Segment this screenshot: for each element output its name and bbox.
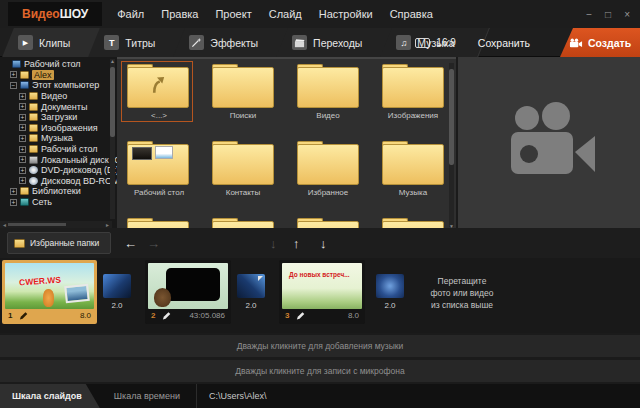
expander-icon[interactable]: +: [19, 93, 26, 100]
folder-up-item[interactable]: [127, 64, 189, 108]
timeline-transition-1[interactable]: 2.0: [103, 274, 131, 310]
slide-2-thumbnail: [148, 263, 228, 309]
grid-vscroll-thumb[interactable]: [449, 69, 454, 165]
expander-icon[interactable]: +: [10, 188, 17, 195]
menu-help[interactable]: Справка: [390, 8, 433, 20]
dvd-disc-icon: [29, 166, 38, 174]
expander-icon[interactable]: +: [19, 114, 26, 121]
expander-icon[interactable]: +: [19, 177, 26, 184]
clips-icon: ▶: [18, 35, 33, 50]
music-track[interactable]: Дважды кликните для добавления музыки: [0, 335, 640, 357]
menu-slide[interactable]: Слайд: [269, 8, 302, 20]
drop-hint-line: из списка выше: [408, 299, 516, 311]
tree-item-bdrom-drive[interactable]: + Дисковод BD-ROM: [0, 176, 117, 187]
desktop-icon: [12, 60, 21, 68]
folder-item-pictures[interactable]: [382, 64, 444, 108]
tree-item-label: Видео: [41, 91, 67, 101]
edit-pencil-icon[interactable]: [162, 311, 171, 320]
maximize-button[interactable]: □: [605, 9, 611, 20]
folder-item[interactable]: [212, 218, 274, 228]
folder-thumbnail-light: [155, 146, 173, 159]
up-arrow-icon: [146, 72, 168, 100]
folder-item-favorites[interactable]: [297, 141, 359, 185]
tree-item-documents[interactable]: + Документы: [0, 101, 117, 112]
tab-effects[interactable]: Эффекты: [175, 28, 278, 57]
tab-transitions[interactable]: Переходы: [278, 28, 382, 57]
folder-item[interactable]: [297, 218, 359, 228]
slide-number: 1: [8, 311, 12, 320]
menu-project[interactable]: Проект: [215, 8, 251, 20]
folder-label: <...>: [117, 111, 201, 120]
save-button[interactable]: Сохранить: [478, 37, 530, 49]
tree-item-music[interactable]: + Музыка: [0, 133, 117, 144]
tree-item-this-pc[interactable]: − Этот компьютер: [0, 80, 117, 91]
tree-item-libraries[interactable]: + Библиотеки: [0, 186, 117, 197]
expander-icon[interactable]: +: [19, 146, 26, 153]
microphone-track[interactable]: Дважды кликните для записи с микрофона: [0, 360, 640, 382]
timeline-slide-3[interactable]: До новых встреч... 3 8.0: [279, 260, 365, 324]
create-button[interactable]: Создать: [560, 28, 640, 57]
tree-hscroll-thumb[interactable]: [8, 223, 66, 226]
tree-item-dvd-drive[interactable]: + DVD-дисковод (D:): [0, 165, 117, 176]
folder-item-video[interactable]: [297, 64, 359, 108]
expander-icon[interactable]: +: [19, 124, 26, 131]
edit-pencil-icon[interactable]: [19, 311, 28, 320]
folder-item[interactable]: [127, 218, 189, 228]
expander-icon[interactable]: +: [19, 167, 26, 174]
expander-icon[interactable]: +: [19, 156, 26, 163]
edit-pencil-icon[interactable]: [296, 311, 305, 320]
minimize-button[interactable]: −: [586, 9, 592, 20]
timeline-slide-2[interactable]: 2 43:05.086: [145, 260, 231, 324]
tree-vscroll-thumb[interactable]: [110, 67, 115, 137]
tree-item-network[interactable]: + Сеть: [0, 197, 117, 208]
favorite-folders-button[interactable]: Избранные папки: [7, 232, 111, 254]
expander-icon[interactable]: +: [19, 135, 26, 142]
grid-vertical-scrollbar[interactable]: [449, 63, 454, 227]
folder-item-contacts[interactable]: [212, 141, 274, 185]
tab-clips[interactable]: ▶ Клипы: [4, 28, 90, 57]
scroll-left-icon[interactable]: ◄: [2, 222, 7, 228]
tab-slide-scale[interactable]: Шкала слайдов: [0, 384, 100, 408]
tab-slide-scale-label: Шкала слайдов: [12, 391, 82, 401]
folder-item[interactable]: [382, 218, 444, 228]
scroll-right-icon[interactable]: ►: [105, 222, 110, 228]
bd-disc-icon: [29, 177, 38, 185]
close-button[interactable]: ×: [624, 9, 630, 20]
expander-icon[interactable]: +: [10, 71, 17, 78]
expander-icon[interactable]: −: [10, 82, 17, 89]
tree-item-label: Сеть: [32, 197, 52, 207]
timeline-transition-2[interactable]: 2.0: [237, 274, 265, 310]
folder-item-searches[interactable]: [212, 64, 274, 108]
tree-item-label: Дисковод BD-ROM: [41, 176, 117, 186]
menu-file[interactable]: Файл: [117, 8, 144, 20]
back-button[interactable]: ←: [124, 228, 137, 258]
tree-vertical-scrollbar[interactable]: [110, 59, 115, 219]
tree-item-downloads[interactable]: + Загрузки: [0, 112, 117, 123]
tree-item-local-disk-c[interactable]: + Локальный диск (C:): [0, 154, 117, 165]
menu-edit[interactable]: Правка: [161, 8, 198, 20]
expander-icon[interactable]: +: [19, 103, 26, 110]
tree-item-videos[interactable]: + Видео: [0, 91, 117, 102]
tab-time-scale[interactable]: Шкала времени: [114, 391, 180, 401]
folder-item-desktop[interactable]: [127, 141, 189, 185]
tab-music-label: Музыка: [417, 37, 454, 49]
tree-item-pictures[interactable]: + Изображения: [0, 123, 117, 134]
tree-item-label: Музыка: [41, 133, 73, 143]
tree-item-desktop[interactable]: + Рабочий стол: [0, 144, 117, 155]
menu-settings[interactable]: Настройки: [319, 8, 373, 20]
tab-titles[interactable]: T Титры: [90, 28, 175, 57]
drop-hint-line: Перетащите: [408, 275, 516, 287]
drop-hint: Перетащите фото или видео из списка выше: [408, 275, 516, 311]
move-up-button[interactable]: ↑: [293, 228, 300, 258]
menu-bar: Файл Правка Проект Слайд Настройки Справ…: [117, 8, 433, 20]
scroll-up-icon[interactable]: ▲: [110, 59, 115, 64]
tree-item-alex[interactable]: + Alex: [0, 70, 117, 81]
folder-tree-panel: Рабочий стол + Alex − Этот компьютер + В…: [0, 57, 117, 228]
timeline-slide-1[interactable]: CWER.WS 1 8.0: [2, 260, 97, 324]
add-to-project-button[interactable]: ↓: [320, 228, 640, 258]
tree-item-desktop-root[interactable]: Рабочий стол: [0, 59, 117, 70]
timeline-transition-3[interactable]: 2.0: [376, 274, 404, 310]
current-path: C:\Users\Alex\: [209, 391, 267, 401]
expander-icon[interactable]: +: [10, 199, 17, 206]
folder-item-music[interactable]: [382, 141, 444, 185]
